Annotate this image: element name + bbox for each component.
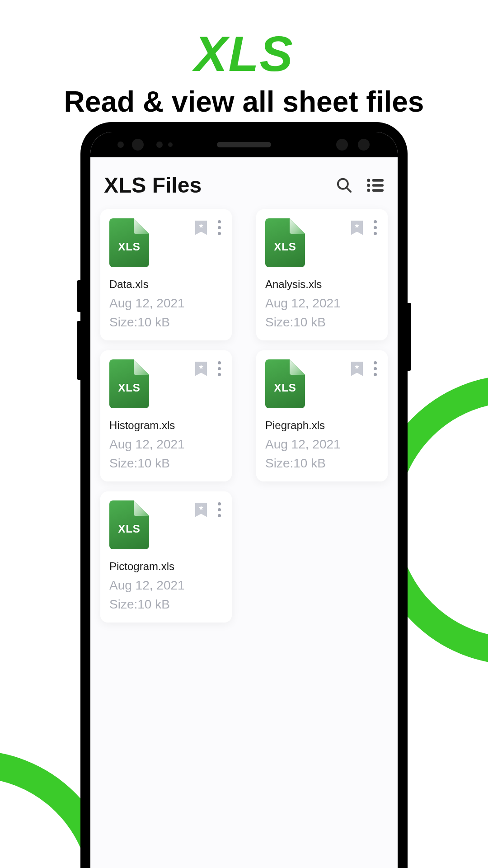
- file-icon-label: XLS: [118, 241, 141, 253]
- file-icon-label: XLS: [118, 382, 141, 394]
- page-title: XLS Files: [104, 173, 335, 198]
- file-size: Size:10 kB: [109, 315, 223, 330]
- more-options-icon[interactable]: [372, 359, 379, 378]
- file-grid: XLS Data.xls Aug 12, 2021 Size:10 kB XL: [90, 209, 398, 641]
- file-icon-label: XLS: [274, 241, 296, 253]
- file-name: Pictogram.xls: [109, 560, 223, 573]
- bookmark-icon[interactable]: [351, 221, 363, 235]
- file-size: Size:10 kB: [109, 456, 223, 471]
- file-name: Analysis.xls: [265, 278, 379, 291]
- bookmark-icon[interactable]: [195, 503, 207, 517]
- more-options-icon[interactable]: [372, 218, 379, 237]
- svg-line-1: [347, 188, 351, 192]
- app-header: XLS Files: [90, 157, 398, 209]
- promo-title: XLS: [0, 25, 488, 82]
- file-size: Size:10 kB: [265, 315, 379, 330]
- xls-file-icon: XLS: [109, 500, 149, 549]
- file-name: Piegraph.xls: [265, 419, 379, 432]
- svg-point-6: [367, 189, 370, 192]
- svg-point-2: [367, 179, 370, 182]
- more-options-icon[interactable]: [216, 218, 223, 237]
- phone-frame: XLS Files: [80, 122, 408, 868]
- file-date: Aug 12, 2021: [265, 437, 379, 452]
- xls-file-icon: XLS: [109, 359, 149, 408]
- svg-rect-3: [372, 179, 384, 182]
- bookmark-icon[interactable]: [351, 362, 363, 376]
- file-date: Aug 12, 2021: [265, 296, 379, 311]
- file-date: Aug 12, 2021: [109, 437, 223, 452]
- xls-file-icon: XLS: [109, 218, 149, 267]
- file-icon-label: XLS: [274, 382, 296, 394]
- more-options-icon[interactable]: [216, 500, 223, 519]
- bookmark-icon[interactable]: [195, 362, 207, 376]
- promo-subtitle: Read & view all sheet files: [0, 85, 488, 118]
- file-date: Aug 12, 2021: [109, 296, 223, 311]
- xls-file-icon: XLS: [265, 359, 305, 408]
- bookmark-icon[interactable]: [195, 221, 207, 235]
- search-icon[interactable]: [335, 176, 353, 194]
- file-card[interactable]: XLS Piegraph.xls Aug 12, 2021 Size:10 kB: [256, 350, 388, 481]
- more-options-icon[interactable]: [216, 359, 223, 378]
- svg-rect-7: [372, 189, 384, 192]
- file-card[interactable]: XLS Analysis.xls Aug 12, 2021 Size:10 kB: [256, 209, 388, 340]
- file-card[interactable]: XLS Data.xls Aug 12, 2021 Size:10 kB: [100, 209, 232, 340]
- svg-point-4: [367, 184, 370, 187]
- svg-rect-5: [372, 184, 384, 187]
- file-card[interactable]: XLS Pictogram.xls Aug 12, 2021 Size:10 k…: [100, 491, 232, 623]
- file-date: Aug 12, 2021: [109, 578, 223, 593]
- file-name: Histogram.xls: [109, 419, 223, 432]
- file-name: Data.xls: [109, 278, 223, 291]
- file-card[interactable]: XLS Histogram.xls Aug 12, 2021 Size:10 k…: [100, 350, 232, 481]
- file-icon-label: XLS: [118, 523, 141, 535]
- xls-file-icon: XLS: [265, 218, 305, 267]
- file-size: Size:10 kB: [109, 597, 223, 612]
- list-view-icon[interactable]: [366, 176, 384, 194]
- file-size: Size:10 kB: [265, 456, 379, 471]
